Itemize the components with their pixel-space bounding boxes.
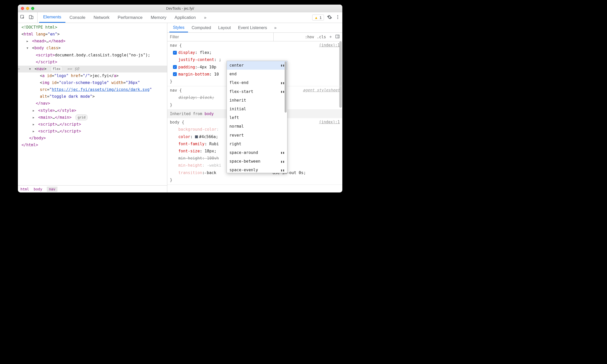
computed-sidebar-icon[interactable] [335, 34, 340, 40]
disclosure-triangle-icon[interactable]: ▼ [29, 67, 32, 71]
breadcrumb-bar: html body nav [18, 185, 167, 192]
a-logo-node[interactable]: <a id="logo" href="/">jec.fyi</a> [40, 74, 119, 78]
subtab-layout[interactable]: Layout [215, 23, 235, 32]
body-close-node[interactable]: </body> [29, 136, 46, 140]
scrollbar[interactable] [285, 62, 287, 113]
elements-pane: <!DOCTYPE html> <html lang="en"> ▶ <head… [18, 23, 167, 192]
property-checkbox[interactable]: ✓ [173, 72, 177, 76]
justify-content-preview-icon: ▮▮ [281, 80, 285, 86]
autocomplete-option[interactable]: space-between▮▮ [227, 157, 287, 166]
img-node[interactable]: <img id="color-scheme-toggle" width="36p… [40, 80, 152, 99]
autocomplete-option[interactable]: inherit [227, 96, 287, 105]
autocomplete-option[interactable]: flex-end▮▮ [227, 78, 287, 87]
style-node[interactable]: <style>…</style> [38, 108, 76, 113]
device-toggle-icon[interactable] [29, 15, 34, 21]
autocomplete-option[interactable]: initial [227, 105, 287, 113]
autocomplete-dropdown[interactable]: center▮▮endflex-end▮▮flex-start▮▮inherit… [227, 61, 287, 173]
dom-tree[interactable]: <!DOCTYPE html> <html lang="en"> ▶ <head… [18, 23, 167, 185]
crumb-html[interactable]: html [20, 187, 29, 191]
svg-point-4 [337, 17, 338, 17]
disclosure-triangle-icon[interactable]: ▶ [33, 122, 36, 127]
script-node[interactable]: <script>…</script> [38, 129, 81, 134]
subtab-styles[interactable]: Styles [169, 23, 188, 32]
styles-filter-bar: :hov .cls ＋ [167, 33, 342, 41]
script-inline-node[interactable]: <script>document.body.classList.toggle("… [36, 53, 150, 64]
titlebar: DevTools - jec.fyi/ [18, 5, 342, 12]
warning-icon: ▲ [314, 16, 318, 20]
disclosure-triangle-icon[interactable]: ▶ [33, 129, 36, 134]
panel-tabs: Elements Console Network Performance Mem… [39, 12, 211, 23]
justify-content-preview-icon: ▮▮ [281, 150, 285, 156]
source-link[interactable]: (index):1 [319, 42, 340, 49]
subtab-computed[interactable]: Computed [188, 23, 215, 32]
main-node[interactable]: <main>…</main> [38, 115, 72, 120]
new-style-rule-icon[interactable]: ＋ [329, 34, 333, 40]
autocomplete-option[interactable]: space-evenly▮▮ [227, 166, 287, 173]
warning-count: 1 [320, 15, 322, 20]
tab-application[interactable]: Application [170, 12, 200, 23]
autocomplete-option[interactable]: right [227, 140, 287, 148]
color-swatch-icon[interactable] [195, 135, 198, 138]
sidebar-tabs: Styles Computed Layout Event Listeners » [167, 23, 342, 33]
svg-point-3 [337, 15, 338, 16]
autocomplete-option[interactable]: center▮▮ [227, 61, 287, 70]
svg-rect-2 [31, 16, 33, 19]
source-link[interactable]: (index):1 [319, 119, 340, 126]
disclosure-triangle-icon[interactable]: ▶ [27, 39, 30, 44]
crumb-nav[interactable]: nav [47, 187, 57, 192]
styles-list[interactable]: (index):1 nav { ✓display: flex; justify-… [167, 41, 342, 192]
justify-content-preview-icon: ▮▮ [281, 167, 285, 173]
autocomplete-option[interactable]: normal [227, 122, 287, 131]
cls-toggle[interactable]: .cls [317, 35, 326, 39]
inspect-element-icon[interactable] [20, 15, 25, 21]
shorthand-expand-icon[interactable]: ▸ [197, 66, 199, 69]
tabs-overflow-icon[interactable]: » [200, 12, 211, 23]
autocomplete-option[interactable]: revert [227, 131, 287, 140]
styles-filter-input[interactable] [167, 33, 274, 41]
shorthand-expand-icon[interactable]: ▸ [205, 171, 206, 175]
property-checkbox[interactable]: ✓ [173, 51, 177, 55]
tab-elements[interactable]: Elements [39, 12, 65, 23]
tab-console[interactable]: Console [65, 12, 89, 23]
nav-close-node[interactable]: </nav> [36, 101, 50, 106]
justify-content-preview-icon: ▮▮ [281, 89, 285, 95]
sidebar-pane: Styles Computed Layout Event Listeners »… [167, 23, 342, 192]
svg-rect-6 [336, 35, 339, 38]
crumb-body[interactable]: body [34, 187, 42, 191]
head-node[interactable]: <head>…</head> [32, 39, 65, 43]
content-area: <!DOCTYPE html> <html lang="en"> ▶ <head… [18, 23, 342, 192]
autocomplete-option[interactable]: flex-start▮▮ [227, 87, 287, 96]
subtab-event-listeners[interactable]: Event Listeners [235, 23, 271, 32]
disclosure-triangle-icon[interactable]: ▼ [27, 46, 30, 51]
settings-gear-icon[interactable] [327, 15, 332, 21]
more-menu-icon[interactable] [335, 15, 340, 21]
script-node[interactable]: <script>…</script> [38, 122, 81, 127]
selected-element-row[interactable]: ⋯ ▼ <nav> flex == $0 [18, 66, 167, 72]
autocomplete-option[interactable]: space-around▮▮ [227, 148, 287, 157]
body-open-node[interactable]: <body class> [32, 46, 61, 50]
html-open-node[interactable]: <html lang="en"> [21, 32, 60, 37]
dollar-zero-hint: == $0 [67, 67, 79, 71]
grid-badge[interactable]: grid [75, 114, 88, 120]
disclosure-triangle-icon[interactable]: ▶ [33, 115, 36, 120]
ellipsis-icon: ⋯ [18, 66, 20, 72]
disclosure-triangle-icon[interactable]: ▶ [33, 108, 36, 113]
flex-badge[interactable]: flex [50, 66, 63, 72]
html-close-node[interactable]: </html> [21, 143, 38, 147]
justify-content-preview-icon: ▮▮ [281, 62, 285, 68]
autocomplete-option[interactable]: left [227, 113, 287, 122]
window-title: DevTools - jec.fyi/ [18, 6, 342, 10]
doctype-node: <!DOCTYPE html> [21, 25, 57, 30]
svg-point-5 [337, 18, 338, 19]
property-checkbox[interactable]: ✓ [173, 65, 177, 69]
main-toolbar: Elements Console Network Performance Mem… [18, 12, 342, 23]
autocomplete-option[interactable]: end [227, 70, 287, 78]
devtools-window: DevTools - jec.fyi/ Elements Console Net… [18, 5, 342, 192]
tab-performance[interactable]: Performance [114, 12, 147, 23]
warnings-badge[interactable]: ▲ 1 [312, 15, 324, 20]
tab-network[interactable]: Network [89, 12, 113, 23]
subtabs-overflow-icon[interactable]: » [271, 23, 280, 32]
hov-toggle[interactable]: :hov [305, 35, 314, 39]
ua-stylesheet-label: agent stylesheet [303, 87, 340, 94]
tab-memory[interactable]: Memory [147, 12, 170, 23]
